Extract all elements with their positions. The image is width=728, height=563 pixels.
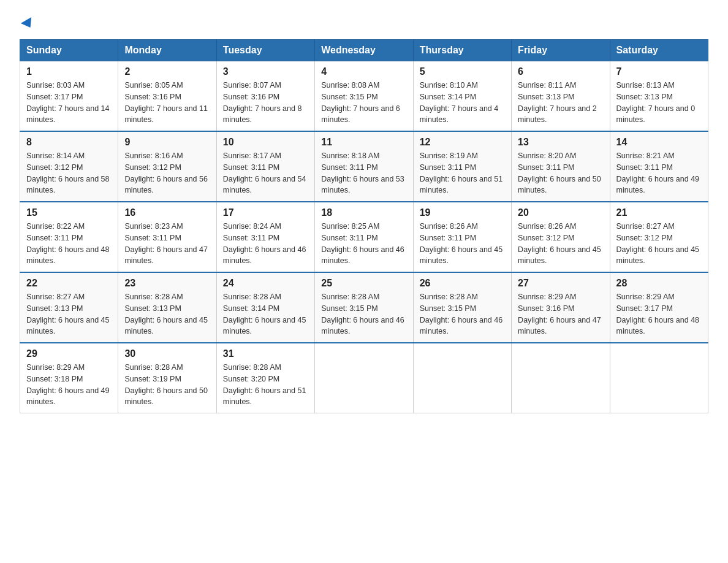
day-info: Sunrise: 8:03 AMSunset: 3:17 PMDaylight:… xyxy=(26,81,110,124)
calendar-cell: 13 Sunrise: 8:20 AMSunset: 3:11 PMDaylig… xyxy=(512,131,610,202)
day-info: Sunrise: 8:21 AMSunset: 3:11 PMDaylight:… xyxy=(616,151,700,194)
day-info: Sunrise: 8:24 AMSunset: 3:11 PMDaylight:… xyxy=(223,222,306,265)
day-number: 11 xyxy=(321,137,406,148)
calendar-cell: 25 Sunrise: 8:28 AMSunset: 3:15 PMDaylig… xyxy=(315,272,413,343)
day-number: 23 xyxy=(124,278,210,289)
day-number: 21 xyxy=(616,207,702,218)
day-number: 12 xyxy=(420,137,505,148)
col-header-saturday: Saturday xyxy=(610,40,708,61)
calendar-cell: 14 Sunrise: 8:21 AMSunset: 3:11 PMDaylig… xyxy=(610,131,708,202)
day-info: Sunrise: 8:08 AMSunset: 3:15 PMDaylight:… xyxy=(321,81,400,124)
day-number: 16 xyxy=(124,207,210,218)
day-info: Sunrise: 8:23 AMSunset: 3:11 PMDaylight:… xyxy=(124,222,208,265)
col-header-tuesday: Tuesday xyxy=(216,40,314,61)
day-number: 1 xyxy=(26,66,112,77)
day-number: 3 xyxy=(223,66,308,77)
logo-triangle-icon xyxy=(21,17,36,31)
calendar-week-row: 1 Sunrise: 8:03 AMSunset: 3:17 PMDayligh… xyxy=(20,61,708,132)
day-number: 28 xyxy=(616,278,702,289)
col-header-friday: Friday xyxy=(512,40,610,61)
day-info: Sunrise: 8:10 AMSunset: 3:14 PMDaylight:… xyxy=(420,81,499,124)
calendar-cell: 1 Sunrise: 8:03 AMSunset: 3:17 PMDayligh… xyxy=(20,61,118,132)
day-number: 8 xyxy=(26,137,112,148)
day-info: Sunrise: 8:28 AMSunset: 3:14 PMDaylight:… xyxy=(223,293,306,335)
day-number: 27 xyxy=(518,278,603,289)
day-number: 24 xyxy=(223,278,308,289)
day-number: 9 xyxy=(124,137,210,148)
day-info: Sunrise: 8:13 AMSunset: 3:13 PMDaylight:… xyxy=(616,81,696,124)
calendar-cell xyxy=(512,343,610,413)
calendar-cell: 8 Sunrise: 8:14 AMSunset: 3:12 PMDayligh… xyxy=(20,131,118,202)
day-number: 19 xyxy=(420,207,505,218)
day-number: 13 xyxy=(518,137,603,148)
calendar-cell xyxy=(610,343,708,413)
day-info: Sunrise: 8:25 AMSunset: 3:11 PMDaylight:… xyxy=(321,222,404,265)
day-number: 4 xyxy=(321,66,406,77)
calendar-cell: 21 Sunrise: 8:27 AMSunset: 3:12 PMDaylig… xyxy=(610,202,708,272)
calendar-cell: 3 Sunrise: 8:07 AMSunset: 3:16 PMDayligh… xyxy=(216,61,314,132)
day-number: 30 xyxy=(124,348,210,359)
day-info: Sunrise: 8:05 AMSunset: 3:16 PMDaylight:… xyxy=(124,81,208,124)
day-number: 17 xyxy=(223,207,308,218)
day-info: Sunrise: 8:29 AMSunset: 3:17 PMDaylight:… xyxy=(616,293,700,335)
calendar-cell xyxy=(413,343,511,413)
day-info: Sunrise: 8:26 AMSunset: 3:11 PMDaylight:… xyxy=(420,222,503,265)
day-number: 25 xyxy=(321,278,406,289)
day-number: 22 xyxy=(26,278,112,289)
calendar-table: SundayMondayTuesdayWednesdayThursdayFrid… xyxy=(20,39,708,413)
calendar-cell: 27 Sunrise: 8:29 AMSunset: 3:16 PMDaylig… xyxy=(512,272,610,343)
day-info: Sunrise: 8:29 AMSunset: 3:16 PMDaylight:… xyxy=(518,293,601,335)
calendar-cell: 26 Sunrise: 8:28 AMSunset: 3:15 PMDaylig… xyxy=(413,272,511,343)
day-info: Sunrise: 8:19 AMSunset: 3:11 PMDaylight:… xyxy=(420,151,503,194)
calendar-cell: 12 Sunrise: 8:19 AMSunset: 3:11 PMDaylig… xyxy=(413,131,511,202)
calendar-cell xyxy=(315,343,413,413)
day-info: Sunrise: 8:28 AMSunset: 3:20 PMDaylight:… xyxy=(223,363,306,406)
calendar-cell: 10 Sunrise: 8:17 AMSunset: 3:11 PMDaylig… xyxy=(216,131,314,202)
col-header-wednesday: Wednesday xyxy=(315,40,413,61)
day-number: 6 xyxy=(518,66,603,77)
calendar-cell: 9 Sunrise: 8:16 AMSunset: 3:12 PMDayligh… xyxy=(118,131,216,202)
day-number: 10 xyxy=(223,137,308,148)
day-number: 15 xyxy=(26,207,112,218)
calendar-cell: 11 Sunrise: 8:18 AMSunset: 3:11 PMDaylig… xyxy=(315,131,413,202)
col-header-sunday: Sunday xyxy=(20,40,118,61)
calendar-cell: 4 Sunrise: 8:08 AMSunset: 3:15 PMDayligh… xyxy=(315,61,413,132)
calendar-week-row: 22 Sunrise: 8:27 AMSunset: 3:13 PMDaylig… xyxy=(20,272,708,343)
day-number: 5 xyxy=(420,66,505,77)
day-number: 2 xyxy=(124,66,210,77)
day-info: Sunrise: 8:16 AMSunset: 3:12 PMDaylight:… xyxy=(124,151,208,194)
day-info: Sunrise: 8:27 AMSunset: 3:12 PMDaylight:… xyxy=(616,222,700,265)
day-number: 14 xyxy=(616,137,702,148)
calendar-cell: 28 Sunrise: 8:29 AMSunset: 3:17 PMDaylig… xyxy=(610,272,708,343)
day-info: Sunrise: 8:18 AMSunset: 3:11 PMDaylight:… xyxy=(321,151,404,194)
day-number: 18 xyxy=(321,207,406,218)
day-info: Sunrise: 8:28 AMSunset: 3:13 PMDaylight:… xyxy=(124,293,208,335)
day-info: Sunrise: 8:20 AMSunset: 3:11 PMDaylight:… xyxy=(518,151,601,194)
logo xyxy=(20,15,34,32)
day-number: 31 xyxy=(223,348,308,359)
calendar-week-row: 29 Sunrise: 8:29 AMSunset: 3:18 PMDaylig… xyxy=(20,343,708,413)
day-number: 29 xyxy=(26,348,112,359)
calendar-week-row: 8 Sunrise: 8:14 AMSunset: 3:12 PMDayligh… xyxy=(20,131,708,202)
calendar-cell: 7 Sunrise: 8:13 AMSunset: 3:13 PMDayligh… xyxy=(610,61,708,132)
calendar-cell: 29 Sunrise: 8:29 AMSunset: 3:18 PMDaylig… xyxy=(20,343,118,413)
day-info: Sunrise: 8:14 AMSunset: 3:12 PMDaylight:… xyxy=(26,151,110,194)
calendar-cell: 6 Sunrise: 8:11 AMSunset: 3:13 PMDayligh… xyxy=(512,61,610,132)
day-info: Sunrise: 8:11 AMSunset: 3:13 PMDaylight:… xyxy=(518,81,597,124)
calendar-cell: 17 Sunrise: 8:24 AMSunset: 3:11 PMDaylig… xyxy=(216,202,314,272)
calendar-cell: 30 Sunrise: 8:28 AMSunset: 3:19 PMDaylig… xyxy=(118,343,216,413)
calendar-cell: 22 Sunrise: 8:27 AMSunset: 3:13 PMDaylig… xyxy=(20,272,118,343)
calendar-cell: 18 Sunrise: 8:25 AMSunset: 3:11 PMDaylig… xyxy=(315,202,413,272)
day-info: Sunrise: 8:29 AMSunset: 3:18 PMDaylight:… xyxy=(26,363,110,406)
day-info: Sunrise: 8:26 AMSunset: 3:12 PMDaylight:… xyxy=(518,222,601,265)
day-info: Sunrise: 8:07 AMSunset: 3:16 PMDaylight:… xyxy=(223,81,302,124)
day-info: Sunrise: 8:28 AMSunset: 3:15 PMDaylight:… xyxy=(321,293,404,335)
calendar-cell: 19 Sunrise: 8:26 AMSunset: 3:11 PMDaylig… xyxy=(413,202,511,272)
calendar-cell: 2 Sunrise: 8:05 AMSunset: 3:16 PMDayligh… xyxy=(118,61,216,132)
day-info: Sunrise: 8:17 AMSunset: 3:11 PMDaylight:… xyxy=(223,151,306,194)
day-info: Sunrise: 8:28 AMSunset: 3:19 PMDaylight:… xyxy=(124,363,208,406)
day-number: 7 xyxy=(616,66,702,77)
calendar-cell: 20 Sunrise: 8:26 AMSunset: 3:12 PMDaylig… xyxy=(512,202,610,272)
day-info: Sunrise: 8:28 AMSunset: 3:15 PMDaylight:… xyxy=(420,293,503,335)
calendar-cell: 5 Sunrise: 8:10 AMSunset: 3:14 PMDayligh… xyxy=(413,61,511,132)
